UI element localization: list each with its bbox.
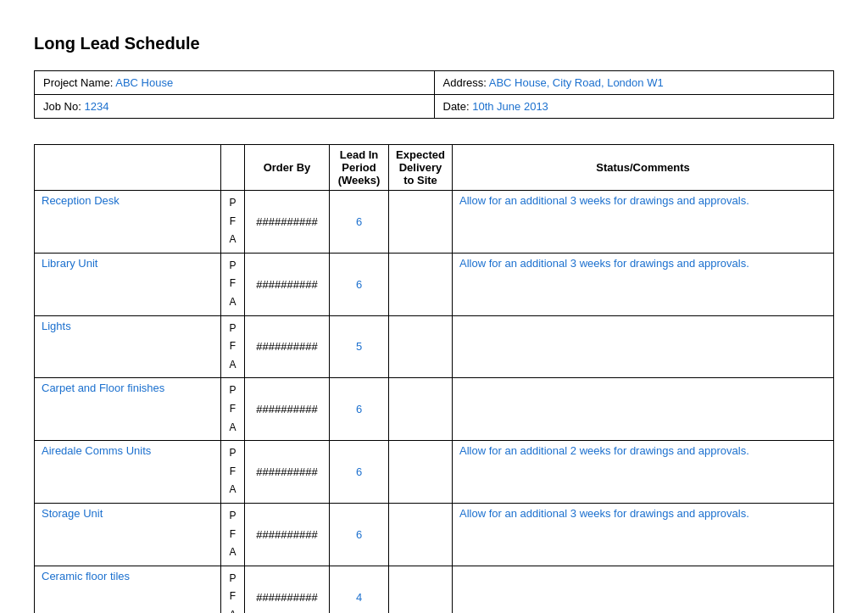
order-by-cell: ########## (245, 566, 330, 613)
expected-cell (389, 191, 453, 254)
table-row: Storage UnitPFA##########6Allow for an a… (35, 503, 834, 566)
address-value: ABC House, City Road, London W1 (489, 76, 664, 89)
lead-in-cell: 5 (330, 315, 389, 378)
header-leadin: Lead In Period (Weeks) (330, 145, 389, 191)
expected-cell (389, 253, 453, 315)
table-row: Reception DeskPFA##########6Allow for an… (35, 191, 834, 254)
table-row: Carpet and Floor finishesPFA##########6 (35, 378, 834, 441)
expected-cell (389, 441, 453, 504)
header-status: Status/Comments (453, 145, 834, 191)
date-label: Date: (443, 100, 470, 113)
lead-in-cell: 6 (330, 441, 389, 504)
order-by-cell: ########## (245, 378, 330, 441)
project-name-label: Project Name: (43, 76, 113, 89)
header-item (35, 145, 221, 191)
table-row: Airedale Comms UnitsPFA##########6Allow … (35, 441, 834, 504)
pfa-cell: PFA (221, 253, 245, 315)
info-table: Project Name: ABC House Address: ABC Hou… (34, 70, 834, 119)
expected-cell (389, 503, 453, 566)
item-name: Carpet and Floor finishes (35, 378, 221, 441)
status-cell (453, 315, 834, 378)
order-by-cell: ########## (245, 441, 330, 504)
table-row: Ceramic floor tilesPFA##########4 (35, 566, 834, 613)
status-cell (453, 566, 834, 613)
lead-in-cell: 6 (330, 253, 389, 315)
expected-cell (389, 378, 453, 441)
project-name-value: ABC House (115, 76, 173, 89)
status-cell: Allow for an additional 3 weeks for draw… (453, 191, 834, 254)
pfa-cell: PFA (221, 191, 245, 254)
status-cell (453, 378, 834, 441)
order-by-cell: ########## (245, 315, 330, 378)
item-name: Lights (35, 315, 221, 378)
item-name: Reception Desk (35, 191, 221, 254)
date-value: 10th June 2013 (472, 100, 548, 113)
status-cell: Allow for an additional 3 weeks for draw… (453, 253, 834, 315)
pfa-cell: PFA (221, 566, 245, 613)
status-cell: Allow for an additional 3 weeks for draw… (453, 503, 834, 566)
header-orderby: Order By (245, 145, 330, 191)
header-pfa (221, 145, 245, 191)
lead-in-cell: 6 (330, 191, 389, 254)
pfa-cell: PFA (221, 441, 245, 504)
order-by-cell: ########## (245, 191, 330, 254)
expected-cell (389, 315, 453, 378)
job-value: 1234 (84, 100, 108, 113)
lead-in-cell: 6 (330, 378, 389, 441)
main-table: Order By Lead In Period (Weeks) Expected… (34, 144, 834, 613)
pfa-cell: PFA (221, 503, 245, 566)
expected-cell (389, 566, 453, 613)
item-name: Storage Unit (35, 503, 221, 566)
header-expected: Expected Delivery to Site (389, 145, 453, 191)
order-by-cell: ########## (245, 253, 330, 315)
page-title: Long Lead Schedule (34, 34, 834, 53)
address-label: Address: (443, 76, 487, 89)
order-by-cell: ########## (245, 503, 330, 566)
job-label: Job No: (43, 100, 81, 113)
table-row: Library UnitPFA##########6Allow for an a… (35, 253, 834, 315)
table-row: LightsPFA##########5 (35, 315, 834, 378)
status-cell: Allow for an additional 2 weeks for draw… (453, 441, 834, 504)
lead-in-cell: 4 (330, 566, 389, 613)
item-name: Airedale Comms Units (35, 441, 221, 504)
pfa-cell: PFA (221, 315, 245, 378)
pfa-cell: PFA (221, 378, 245, 441)
item-name: Ceramic floor tiles (35, 566, 221, 613)
lead-in-cell: 6 (330, 503, 389, 566)
item-name: Library Unit (35, 253, 221, 315)
